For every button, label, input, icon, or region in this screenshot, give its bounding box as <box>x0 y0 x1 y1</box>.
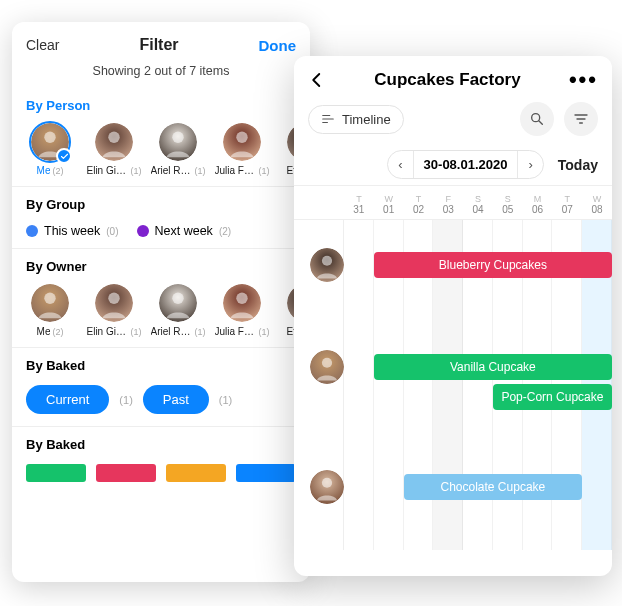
filter-subtitle: Showing 2 out of 7 items <box>12 58 310 88</box>
person-name: Ariel Roi... <box>151 165 193 176</box>
pill-count: (1) <box>119 394 132 406</box>
group-color-dot <box>137 225 149 237</box>
person-name: Me <box>37 165 51 176</box>
status-segment[interactable] <box>236 464 296 482</box>
avatar <box>310 470 344 504</box>
person-name: Me <box>37 326 51 337</box>
svg-point-1 <box>44 132 55 143</box>
chevron-left-icon <box>308 71 326 89</box>
view-chip-label: Timeline <box>342 112 391 127</box>
avatar <box>95 123 133 161</box>
clear-button[interactable]: Clear <box>26 37 59 53</box>
group-count: (0) <box>106 226 118 237</box>
filter-button[interactable] <box>564 102 598 136</box>
svg-point-13 <box>108 293 119 304</box>
timeline-bar[interactable]: Chocolate Cupcake <box>404 474 583 500</box>
person-chip[interactable]: Ariel Roi... (1) <box>154 123 202 176</box>
day-column-header: F03 <box>433 194 463 215</box>
timeline-header: Cupcakes Factory ••• <box>294 56 612 100</box>
person-chip[interactable]: Julia Fa... (1) <box>218 284 266 337</box>
person-name: Elin Gier... <box>87 165 129 176</box>
day-column-header: T31 <box>344 194 374 215</box>
group-label: Next week <box>155 224 213 238</box>
person-chip[interactable]: Julia Fa... (1) <box>218 123 266 176</box>
person-count: (1) <box>195 166 206 176</box>
timeline-bar[interactable]: Blueberry Cupcakes <box>374 252 612 278</box>
person-count: (1) <box>259 327 270 337</box>
check-icon <box>56 148 72 164</box>
filter-pill[interactable]: Current <box>26 385 109 414</box>
section-by-group: By Group <box>12 186 310 218</box>
svg-point-7 <box>236 132 247 143</box>
svg-point-3 <box>108 132 119 143</box>
person-count: (1) <box>195 327 206 337</box>
svg-point-15 <box>172 293 183 304</box>
timeline-panel: Cupcakes Factory ••• Timeline ‹ 30-08.01… <box>294 56 612 576</box>
day-column-header: S04 <box>463 194 493 215</box>
section-by-person[interactable]: By Person <box>12 88 310 119</box>
date-next[interactable]: › <box>518 151 542 178</box>
avatar <box>310 248 344 282</box>
search-button[interactable] <box>520 102 554 136</box>
status-segment[interactable] <box>26 464 86 482</box>
more-button[interactable]: ••• <box>569 75 598 85</box>
done-button[interactable]: Done <box>259 37 297 54</box>
day-column-header: W08 <box>582 194 612 215</box>
person-chip[interactable]: Ariel Roi... (1) <box>154 284 202 337</box>
svg-point-11 <box>44 293 55 304</box>
avatar <box>223 123 261 161</box>
date-range-label: 30-08.01.2020 <box>413 151 519 178</box>
timeline-bar[interactable]: Pop-Corn Cupcake <box>493 384 612 410</box>
avatar <box>159 284 197 322</box>
filter-panel: Clear Filter Done Showing 2 out of 7 ite… <box>12 22 310 582</box>
filter-title: Filter <box>139 36 178 54</box>
timeline-toolbar: Timeline <box>294 100 612 146</box>
today-button[interactable]: Today <box>558 157 598 173</box>
day-column-header: T02 <box>404 194 434 215</box>
timeline-body[interactable]: Blueberry Cupcakes Vanilla CupcakePop-Co… <box>294 220 612 550</box>
owner-people-row: Me (2) Elin Gier... (1) Ariel Roi... (1) <box>12 280 310 347</box>
timeline-bar[interactable]: Vanilla Cupcake <box>374 354 612 380</box>
day-header: T31W01T02F03S04S05M06T07W08 <box>294 185 612 220</box>
person-count: (2) <box>52 327 63 337</box>
person-chip[interactable]: Me (2) <box>26 284 74 337</box>
section-by-baked-2: By Baked <box>12 426 310 458</box>
person-name: Ariel Roi... <box>151 326 193 337</box>
avatar <box>310 350 344 384</box>
day-column-header: T07 <box>552 194 582 215</box>
timeline-icon <box>321 112 335 126</box>
pill-count: (1) <box>219 394 232 406</box>
svg-point-24 <box>322 358 332 368</box>
date-prev[interactable]: ‹ <box>388 151 412 178</box>
person-chip[interactable]: Me (2) <box>26 123 74 176</box>
group-chip[interactable]: Next week (2) <box>137 224 232 238</box>
filter-pill[interactable]: Past <box>143 385 209 414</box>
avatar <box>159 123 197 161</box>
person-count: (2) <box>52 166 63 176</box>
person-chip[interactable]: Elin Gier... (1) <box>90 123 138 176</box>
day-column-header: M06 <box>523 194 553 215</box>
status-segment[interactable] <box>96 464 156 482</box>
pills-row: Current(1)Past(1) <box>12 379 310 426</box>
avatar <box>31 284 69 322</box>
group-count: (2) <box>219 226 231 237</box>
status-segment[interactable] <box>166 464 226 482</box>
day-column-header: W01 <box>374 194 404 215</box>
groups-row: This week (0) Next week (2) <box>12 218 310 248</box>
section-by-owner: By Owner <box>12 248 310 280</box>
person-chip[interactable]: Elin Gier... (1) <box>90 284 138 337</box>
svg-point-26 <box>322 478 332 488</box>
day-column-header: S05 <box>493 194 523 215</box>
group-color-dot <box>26 225 38 237</box>
person-name: Elin Gier... <box>87 326 129 337</box>
date-row: ‹ 30-08.01.2020 › Today <box>294 146 612 185</box>
view-chip-timeline[interactable]: Timeline <box>308 105 404 134</box>
svg-point-20 <box>532 114 540 122</box>
filter-header: Clear Filter Done <box>12 28 310 58</box>
person-count: (1) <box>131 166 142 176</box>
date-range-picker[interactable]: ‹ 30-08.01.2020 › <box>387 150 544 179</box>
svg-point-5 <box>172 132 183 143</box>
group-chip[interactable]: This week (0) <box>26 224 119 238</box>
person-count: (1) <box>131 327 142 337</box>
back-button[interactable] <box>308 71 326 89</box>
